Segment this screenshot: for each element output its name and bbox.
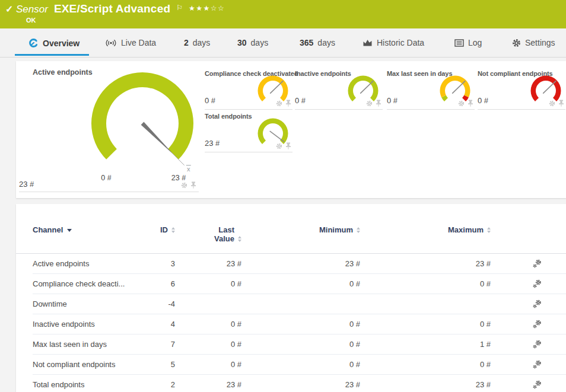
column-label: Minimum [319, 225, 353, 234]
gauge-actions [549, 100, 564, 107]
live-data-icon [105, 39, 117, 47]
table-row: Max last seen in days70 #0 #1 # [33, 334, 566, 355]
status-ok-check-icon: ✓ [5, 4, 13, 15]
cell-id: 4 [145, 320, 175, 329]
table-row: Compliance check deacti...60 #0 #0 # [33, 274, 566, 294]
cell-channel: Active endpoints [33, 259, 145, 268]
cell-channel: Total endpoints [33, 380, 145, 389]
pin-icon[interactable] [285, 142, 291, 149]
sensor-title-row: Sensor EXE/Script Advanced ⚐ ★★★☆☆ [16, 2, 225, 15]
column-header-minimum[interactable]: Minimum [241, 225, 360, 234]
table-row: Not compliant endpoints50 #0 #0 # [33, 355, 566, 375]
gauge-cell-total-endpoints: Total endpoints23 # [205, 113, 292, 152]
channel-settings-gears-icon[interactable] [533, 340, 542, 349]
channel-settings [491, 380, 566, 389]
tab-365-days[interactable]: 365 days [300, 38, 335, 47]
gauge-value: 0 # [387, 96, 398, 105]
cell-maximum: 23 # [360, 259, 491, 268]
cell-id: 3 [145, 259, 175, 268]
gauge-cell-max-last-seen-in-days: Max last seen in days0 # [387, 70, 475, 110]
pin-icon[interactable] [558, 100, 564, 107]
channel-settings-gears-icon[interactable] [533, 360, 542, 369]
tab-overview[interactable]: Overview [28, 38, 80, 48]
column-header-maximum[interactable]: Maximum [360, 225, 491, 234]
table-row: Downtime-4 [33, 294, 566, 314]
cell-id: 7 [145, 340, 175, 349]
pin-icon[interactable] [468, 100, 473, 107]
channel-settings-gears-icon[interactable] [533, 259, 542, 268]
channel-settings-gears-icon[interactable] [533, 299, 542, 308]
channel-settings-gears-icon[interactable] [533, 380, 542, 389]
tab-live-data[interactable]: Live Data [105, 38, 156, 47]
tab-2-days[interactable]: 2 days [184, 38, 210, 47]
tab-label: Live Data [121, 38, 156, 47]
cell-last-value: 0 # [175, 340, 241, 349]
sort-icon [487, 227, 491, 233]
tab-label: Historic Data [377, 38, 424, 47]
gauge-scale-max: 23 # [171, 174, 186, 182]
table-row: Active endpoints323 #23 #23 # [33, 254, 566, 274]
channel-settings [491, 279, 566, 288]
gear-icon[interactable] [366, 100, 373, 107]
tab-label: Log [468, 38, 482, 47]
tab-label: days [317, 38, 335, 47]
column-label: Maximum [448, 225, 484, 234]
cell-last-value: 0 # [175, 279, 241, 288]
gauge-icon [28, 38, 39, 48]
log-icon [454, 39, 464, 47]
gear-icon[interactable] [276, 100, 282, 107]
column-label: Channel [33, 225, 63, 234]
pin-icon[interactable] [190, 181, 196, 189]
cell-channel: Compliance check deacti... [33, 279, 145, 288]
gauge-cell-inactive-endpoints: Inactive endpoints0 # [295, 70, 383, 110]
cell-id: -4 [145, 299, 175, 308]
gauge-value: 0 # [205, 96, 215, 105]
gear-icon[interactable] [458, 100, 465, 107]
cell-channel: Max last seen in days [33, 340, 145, 349]
cell-id: 2 [145, 380, 175, 389]
cell-maximum: 23 # [360, 380, 491, 389]
cell-minimum: 0 # [241, 279, 360, 288]
tab-label: days [193, 38, 211, 47]
cell-id: 5 [145, 360, 175, 369]
gear-icon[interactable] [549, 100, 555, 107]
prtg-sensor-page: ✓ Sensor EXE/Script Advanced ⚐ ★★★☆☆ OK … [0, 0, 566, 392]
pin-icon[interactable] [376, 100, 381, 107]
historic-data-icon [363, 39, 373, 47]
channel-settings [491, 259, 566, 268]
channel-settings [491, 340, 566, 349]
gauge-cell-compliance-check-deactivated: Compliance check deactivated0 # [205, 70, 292, 110]
channel-settings-gears-icon[interactable] [533, 279, 542, 288]
gauge-scale-min: 0 # [101, 174, 111, 182]
sort-desc-icon [67, 229, 72, 232]
tab-label: days [251, 38, 269, 47]
channel-table-panel: Channel ID Last Value Minimum Maximum [16, 204, 566, 392]
tab-historic-data[interactable]: Historic Data [363, 38, 424, 47]
active-endpoints-gauge[interactable]: x [83, 61, 208, 174]
cell-channel: Not compliant endpoints [33, 360, 145, 369]
status-badge: OK [26, 17, 36, 24]
cell-maximum: 0 # [360, 279, 491, 288]
cell-minimum: 23 # [241, 380, 360, 389]
pin-icon[interactable] [285, 100, 291, 107]
gauge-value: 23 # [19, 180, 34, 189]
gauges-panel: Active endpoints x 0 # 23 # 23 # Complia… [16, 61, 566, 198]
priority-rating[interactable]: ★★★☆☆ [189, 2, 225, 12]
tab-number: 365 [300, 38, 313, 47]
column-header-id[interactable]: ID [145, 225, 175, 234]
cell-minimum: 23 # [241, 259, 360, 268]
gauge-value: 23 # [205, 139, 220, 148]
cell-last-value: 0 # [175, 360, 241, 369]
tab-log[interactable]: Log [454, 38, 482, 47]
gear-icon[interactable] [276, 143, 282, 149]
tab-label: Overview [43, 39, 80, 48]
tab-30-days[interactable]: 30 days [237, 38, 268, 47]
cell-maximum: 0 # [360, 360, 491, 369]
flag-icon[interactable]: ⚐ [176, 2, 183, 12]
column-header-last-value[interactable]: Last Value [175, 225, 241, 243]
gear-icon[interactable] [181, 182, 187, 189]
tab-settings[interactable]: Settings [512, 38, 555, 47]
page-title: EXE/Script Advanced [54, 2, 170, 15]
channel-settings-gears-icon[interactable] [533, 320, 542, 329]
column-header-channel[interactable]: Channel [33, 225, 145, 234]
